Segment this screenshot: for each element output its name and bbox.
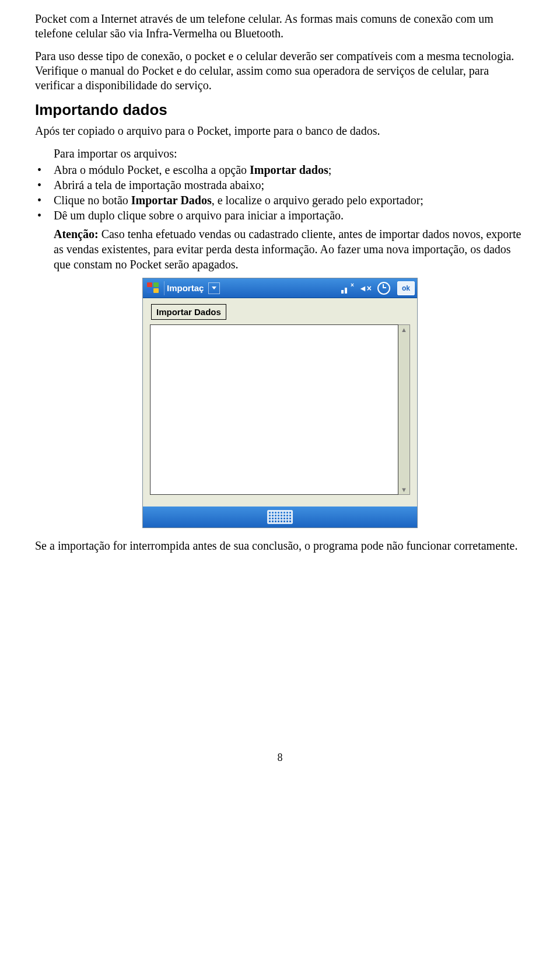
bullet-icon: • — [35, 193, 54, 208]
attention-paragraph: Atenção: Caso tenha efetuado vendas ou c… — [54, 226, 525, 272]
status-icons: × ◄× — [341, 282, 394, 295]
list-item: • Abrirá a tela de importação mostrada a… — [35, 177, 525, 193]
windows-flag-icon[interactable] — [145, 281, 162, 296]
title-dropdown-icon[interactable] — [208, 282, 220, 294]
bullet-icon: • — [35, 208, 54, 223]
heading-importando-dados: Importando dados — [35, 101, 525, 119]
list-item: • Dê um duplo clique sobre o arquivo par… — [35, 208, 525, 223]
paragraph-intro-2: Para uso desse tipo de conexão, o pocket… — [35, 49, 525, 93]
list-item: • Abra o módulo Pocket, e escolha a opçã… — [35, 162, 525, 177]
list-item-tail: , e localize o arquivo gerado pelo expor… — [212, 194, 424, 207]
scroll-down-icon[interactable]: ▼ — [401, 485, 407, 494]
scroll-up-icon[interactable]: ▲ — [401, 325, 407, 334]
list-item-tail: ; — [328, 163, 332, 176]
list-item-text: Abra o módulo Pocket, e escolha a opção — [54, 163, 250, 176]
mute-icon[interactable]: ◄× — [359, 284, 372, 293]
clock-icon[interactable] — [377, 282, 390, 295]
attention-text: Caso tenha efetuado vendas ou cadastrado… — [54, 228, 521, 271]
list-item-text: Clique no botão — [54, 194, 131, 207]
pocketpc-body: Importar Dados ▲ ▼ — [143, 298, 417, 498]
page-number: 8 — [35, 752, 525, 764]
vertical-scrollbar[interactable]: ▲ ▼ — [398, 324, 410, 495]
list-item-text: Abrirá a tela de importação mostrada aba… — [54, 177, 525, 193]
pocketpc-bottombar — [143, 507, 417, 528]
attention-label: Atenção: — [54, 228, 99, 240]
list-intro: Para importar os arquivos: — [54, 146, 525, 161]
import-listbox[interactable] — [150, 324, 398, 495]
paragraph-intro-1: Pocket com a Internet através de um tele… — [35, 12, 525, 41]
signal-off-icon[interactable]: × — [341, 283, 353, 294]
paragraph-after-heading: Após ter copiado o arquivo para o Pocket… — [35, 124, 525, 138]
importar-dados-button[interactable]: Importar Dados — [151, 304, 226, 320]
instruction-list: • Abra o módulo Pocket, e escolha a opçã… — [35, 162, 525, 223]
pocketpc-title[interactable]: Importaç — [164, 281, 207, 295]
list-item: • Clique no botão Importar Dados, e loca… — [35, 193, 525, 208]
pocketpc-screenshot: Importaç × ◄× ok Importar Dados ▲ ▼ — [142, 278, 418, 528]
list-item-bold: Importar dados — [250, 163, 328, 176]
pocketpc-titlebar: Importaç × ◄× ok — [143, 278, 417, 298]
list-item-bold: Importar Dados — [131, 194, 212, 207]
bullet-icon: • — [35, 162, 54, 177]
list-item-text: Dê um duplo clique sobre o arquivo para … — [54, 208, 525, 223]
keyboard-icon[interactable] — [267, 510, 293, 524]
ok-button[interactable]: ok — [397, 281, 415, 295]
paragraph-after-screenshot: Se a importação for interrompida antes d… — [35, 539, 525, 553]
bullet-icon: • — [35, 177, 54, 193]
